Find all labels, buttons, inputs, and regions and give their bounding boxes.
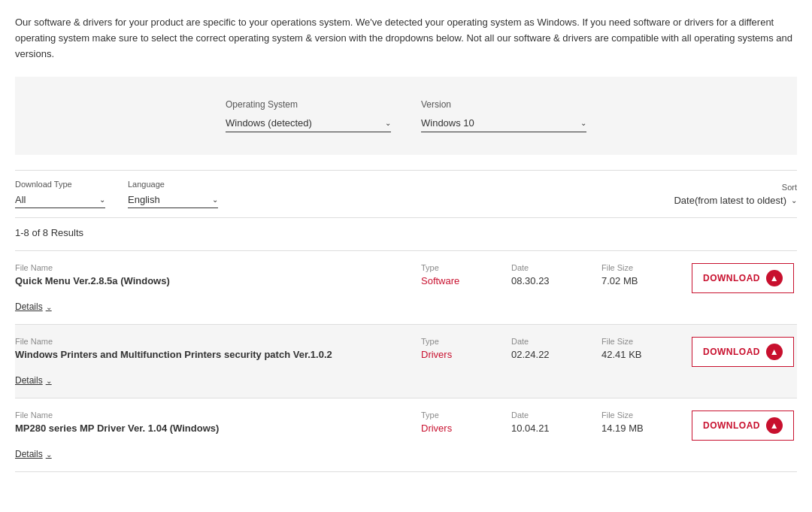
size-label: File Size (601, 337, 677, 346)
details-row: Details ⌄ (15, 374, 797, 392)
sort-chevron-down-icon: ⌄ (791, 196, 797, 204)
col-type: Type Drivers (421, 337, 496, 360)
language-chevron-down-icon: ⌄ (212, 195, 218, 204)
download-cloud-icon: ▲ (766, 270, 783, 286)
download-button[interactable]: DOWNLOAD ▲ (692, 337, 794, 367)
os-chevron-down-icon: ⌄ (385, 119, 391, 127)
download-type-value: All (15, 194, 26, 205)
intro-text: Our software & drivers for your product … (15, 15, 797, 62)
col-size: File Size 42.41 KB (601, 337, 677, 360)
sort-label: Sort (782, 183, 797, 192)
details-row: Details ⌄ (15, 448, 797, 465)
col-file: File Name Windows Printers and Multifunc… (15, 337, 406, 360)
details-link[interactable]: Details ⌄ (15, 375, 52, 386)
details-label: Details (15, 375, 43, 386)
sort-dropdown[interactable]: Date(from latest to oldest) ⌄ (674, 195, 797, 206)
download-label: DOWNLOAD (703, 347, 760, 357)
os-value: Windows (detected) (226, 117, 312, 129)
download-cloud-icon: ▲ (766, 344, 783, 360)
size-label: File Size (601, 411, 677, 420)
col-type: Type Software (421, 263, 496, 286)
version-dropdown-group: Version Windows 10 ⌄ (421, 99, 586, 132)
size-value: 42.41 KB (601, 349, 677, 360)
version-dropdown[interactable]: Windows 10 ⌄ (421, 114, 586, 132)
sort-group: Sort Date(from latest to oldest) ⌄ (674, 183, 797, 206)
col-type: Type Drivers (421, 411, 496, 434)
col-action: DOWNLOAD ▲ (692, 337, 797, 367)
download-label: DOWNLOAD (703, 273, 760, 283)
details-link[interactable]: Details ⌄ (15, 301, 52, 312)
download-button[interactable]: DOWNLOAD ▲ (692, 263, 794, 293)
language-dropdown[interactable]: English ⌄ (128, 192, 218, 208)
version-chevron-down-icon: ⌄ (580, 119, 586, 127)
file-name: Windows Printers and Multifunction Print… (15, 349, 406, 360)
file-name-label: File Name (15, 411, 406, 420)
details-label: Details (15, 301, 43, 312)
os-label: Operating System (226, 99, 391, 110)
version-value: Windows 10 (421, 117, 474, 129)
result-row: File Name MP280 series MP Driver Ver. 1.… (15, 411, 797, 441)
filter-bar: Download Type All ⌄ Language English ⌄ S… (15, 170, 797, 218)
size-value: 14.19 MB (601, 423, 677, 434)
details-chevron-down-icon: ⌄ (46, 450, 52, 459)
col-date: Date 08.30.23 (511, 263, 586, 286)
file-name: MP280 series MP Driver Ver. 1.04 (Window… (15, 423, 406, 434)
result-item: File Name Windows Printers and Multifunc… (15, 324, 797, 398)
language-label: Language (128, 180, 218, 189)
os-dropdown[interactable]: Windows (detected) ⌄ (226, 114, 391, 132)
col-file: File Name MP280 series MP Driver Ver. 1.… (15, 411, 406, 434)
download-button[interactable]: DOWNLOAD ▲ (692, 411, 794, 441)
download-type-label: Download Type (15, 180, 105, 189)
col-file: File Name Quick Menu Ver.2.8.5a (Windows… (15, 263, 406, 286)
type-value: Software (421, 275, 496, 286)
download-label: DOWNLOAD (703, 420, 760, 431)
file-name-label: File Name (15, 337, 406, 346)
col-action: DOWNLOAD ▲ (692, 411, 797, 441)
file-name-label: File Name (15, 263, 406, 272)
date-label: Date (511, 337, 586, 346)
result-item: File Name Quick Menu Ver.2.8.5a (Windows… (15, 250, 797, 324)
date-label: Date (511, 411, 586, 420)
result-row: File Name Windows Printers and Multifunc… (15, 337, 797, 367)
result-item: File Name MP280 series MP Driver Ver. 1.… (15, 398, 797, 472)
download-cloud-icon: ▲ (766, 417, 783, 434)
language-value: English (128, 194, 160, 205)
date-value: 10.04.21 (511, 423, 586, 434)
os-section: Operating System Windows (detected) ⌄ Ve… (15, 77, 797, 155)
details-chevron-down-icon: ⌄ (46, 303, 52, 311)
details-link[interactable]: Details ⌄ (15, 449, 52, 459)
size-label: File Size (601, 263, 677, 272)
details-row: Details ⌄ (15, 301, 797, 318)
type-label: Type (421, 337, 496, 346)
results-count: 1-8 of 8 Results (15, 227, 797, 238)
details-label: Details (15, 449, 43, 459)
date-value: 02.24.22 (511, 349, 586, 360)
type-label: Type (421, 411, 496, 420)
download-type-chevron-down-icon: ⌄ (99, 195, 105, 204)
size-value: 7.02 MB (601, 275, 677, 286)
date-value: 08.30.23 (511, 275, 586, 286)
version-label: Version (421, 99, 586, 110)
details-chevron-down-icon: ⌄ (46, 377, 52, 385)
type-value: Drivers (421, 423, 496, 434)
result-row: File Name Quick Menu Ver.2.8.5a (Windows… (15, 263, 797, 293)
col-action: DOWNLOAD ▲ (692, 263, 797, 293)
type-value: Drivers (421, 349, 496, 360)
results-list: File Name Quick Menu Ver.2.8.5a (Windows… (15, 250, 797, 472)
col-date: Date 10.04.21 (511, 411, 586, 434)
type-label: Type (421, 263, 496, 272)
file-name: Quick Menu Ver.2.8.5a (Windows) (15, 275, 406, 286)
sort-value: Date(from latest to oldest) (674, 195, 786, 206)
col-size: File Size 7.02 MB (601, 263, 677, 286)
download-type-dropdown[interactable]: All ⌄ (15, 192, 105, 208)
date-label: Date (511, 263, 586, 272)
col-date: Date 02.24.22 (511, 337, 586, 360)
col-size: File Size 14.19 MB (601, 411, 677, 434)
os-dropdown-group: Operating System Windows (detected) ⌄ (226, 99, 391, 132)
language-filter: Language English ⌄ (128, 180, 218, 208)
download-type-filter: Download Type All ⌄ (15, 180, 105, 208)
